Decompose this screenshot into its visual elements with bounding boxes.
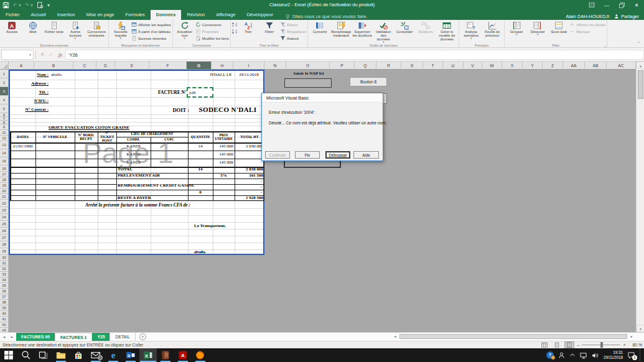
column-header-Y[interactable]: Y [523,62,543,70]
volume-tray-icon[interactable] [592,352,599,359]
taskbar-acrobat-icon[interactable]: A [174,348,192,362]
zoom-slider-thumb[interactable] [600,342,603,348]
column-header-B[interactable]: B [34,62,73,70]
row-header-11[interactable]: 11 [0,130,9,136]
taskbar-start-icon[interactable] [0,348,17,362]
tray-chevron-icon[interactable] [569,352,576,358]
row-header-42[interactable]: 42 [0,322,9,328]
row-header-43[interactable]: 43 [0,328,9,332]
bouton-8-button[interactable]: Bouton 8 [350,77,387,86]
vscroll-thumb[interactable] [638,70,643,99]
sheet-nav-right-icon[interactable]: ► [8,333,16,341]
row-header-30[interactable]: 30 [0,255,9,261]
ribbon-button-feuille-de-pr-vision[interactable]: Feuille de prévision [482,21,503,38]
taskbar-explorer-icon[interactable] [52,348,70,362]
sheet-tab-factures-1[interactable]: FACTURES 1 [55,333,92,341]
ribbon-button-analyse-sc-narios[interactable]: ?Analyse scénarios▾ [460,21,482,41]
row-header-15[interactable]: 15 [0,157,9,165]
row-header-16[interactable]: 16 [0,165,9,172]
close-button[interactable]: ✕ [629,0,644,10]
sheet-tab-detail[interactable]: DETAIL [110,333,135,341]
ribbon-item-sortza[interactable]: ZA [232,28,238,35]
ribbon-button-consolider[interactable]: Consolider [394,21,415,34]
new-sheet-icon[interactable]: + [139,333,146,340]
row-header-35[interactable]: 35 [0,283,9,289]
row-header-22[interactable]: 22 [0,200,9,207]
ribbon-button-g-rer-le-mod-le-de-donn-es[interactable]: Gérer le modèle de données [436,21,457,42]
name-box-dropdown-icon[interactable]: ▼ [29,53,32,57]
column-header-G[interactable]: G [187,62,212,70]
row-header-12[interactable]: 12 [0,136,9,141]
ribbon-button-actualiser-tout[interactable]: Actualiser tout▾ [174,21,195,41]
column-header-AC[interactable]: AC [607,62,636,70]
taskbar-edge-icon[interactable]: e [105,348,122,362]
taskbar-clock[interactable]: 19:3129/11/2018 [604,350,623,360]
column-header-C[interactable]: C [73,62,96,70]
taskbar-store-icon[interactable] [70,348,87,362]
column-header-F[interactable]: F [149,62,187,70]
name-box[interactable]: ▼ [1,50,34,60]
ribbon-display-options-icon[interactable] [584,0,599,10]
redo-icon[interactable]: ↷ ▾ [25,2,33,8]
taskbar-search-icon[interactable] [17,348,35,362]
scroll-right-icon[interactable]: ► [628,335,635,338]
ribbon-item-sortaz[interactable]: AZ [232,21,238,28]
minimize-button[interactable]: — [599,0,614,10]
row-header-18[interactable]: 18 [0,177,9,183]
ribbon-button-sous-total[interactable]: Sous-total [548,21,569,34]
tell-me-box[interactable]: Dites-nous ce que vous voulez faire. [279,13,368,20]
tab-révision[interactable]: Révision [181,10,210,20]
zoom-out-icon[interactable]: – [577,342,579,348]
dialog-title[interactable]: Microsoft Visual Basic [262,93,383,103]
taskbar-firefox-icon[interactable] [192,348,209,362]
column-header-S[interactable]: S [401,62,423,70]
taskbar-notes-icon[interactable] [157,348,174,362]
ribbon-button-dissocier[interactable]: Dissocier▾ [527,21,548,37]
row-header-39[interactable]: 39 [0,305,9,311]
ribbon-button-fichier-texte[interactable]: Fichier texte [44,21,65,34]
people-tray-icon[interactable] [558,351,565,359]
ribbon-item--partir-d-un-tableau[interactable]: À partir d'un tableau [131,28,171,35]
row-header-23[interactable]: 23 [0,207,9,214]
column-header-O[interactable]: O [286,62,330,70]
ribbon-button-access[interactable]: AAccess [1,21,22,34]
ribbon-button-nouvelle-requ-te[interactable]: Nouvelle requête▾ [110,21,131,41]
tab-affichage[interactable]: Affichage [210,10,241,20]
cancel-entry-icon[interactable]: ✕ [38,52,47,57]
save-icon[interactable] [2,2,9,9]
tab-fichier[interactable]: Fichier [0,10,26,20]
ribbon-button-supprimer-les-doublons[interactable]: Supprimer les doublons [352,21,373,38]
row-header-13[interactable]: 13 [0,141,9,149]
column-header-I[interactable]: I [233,62,264,70]
sheet-tab-y25[interactable]: Y25 [92,333,110,341]
ribbon-button-autres-sources[interactable]: Autres sources▾ [65,21,86,41]
ribbon-button-convertir[interactable]: Convertir [309,21,330,34]
row-header-4[interactable]: 4 [0,96,9,104]
ribbon-button-validation-des-donn-es[interactable]: Validation des données▾ [373,21,394,45]
row-header-41[interactable]: 41 [0,317,9,322]
dialog-button-fin[interactable]: Fin [295,151,320,159]
taskbar-excel-icon[interactable]: X [139,348,157,362]
ribbon-button-remplissage-instantan-[interactable]: Remplissage instantané [330,21,352,38]
ribbon-item-afficher-les-requ-tes[interactable]: Afficher les requêtes [131,21,171,28]
hscroll-thumb[interactable] [399,334,627,339]
tab-insertion[interactable]: Insertion [52,10,81,20]
ribbon-item-connexions[interactable]: Connexions [195,21,229,28]
share-button[interactable]: Partager [614,13,639,20]
row-header-14[interactable]: 14 [0,149,9,157]
column-header-N[interactable]: N [264,62,286,70]
show-desktop-button[interactable] [640,348,642,362]
dialog-button-aide[interactable]: Aide [353,151,379,159]
row-header-33[interactable]: 33 [0,272,9,277]
tab-mise-en-page[interactable]: Mise en page [80,10,119,20]
normal-view-icon[interactable] [539,341,549,348]
insert-function-icon[interactable]: fx [55,52,65,58]
column-header-E[interactable]: E [115,62,149,70]
row-header-31[interactable]: 31 [0,261,9,266]
sheet-nav-left-icon[interactable]: ◄ [0,333,8,341]
row-header-36[interactable]: 36 [0,289,9,294]
formula-input[interactable]: 'Y26 [65,50,644,60]
row-header-27[interactable]: 27 [0,234,9,241]
column-header-A[interactable]: A [9,62,34,70]
column-header-U[interactable]: U [443,62,464,70]
